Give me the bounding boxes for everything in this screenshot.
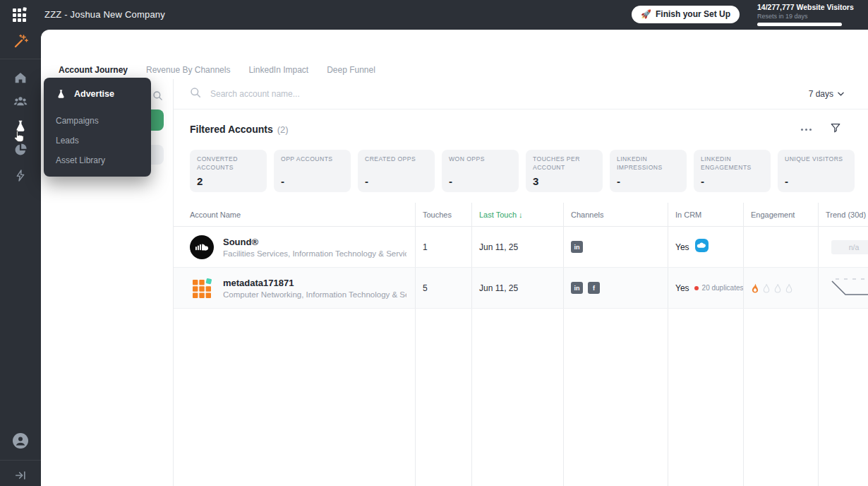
last-touch-cell: Jun 11, 25 [471,227,563,267]
engagement-flames [751,283,793,293]
pie-chart-icon[interactable] [0,138,41,162]
stat-card-linkedin-impressions: LINKEDIN IMPRESSIONS - [610,150,687,192]
filtered-accounts-header: Filtered Accounts (2) [174,109,868,136]
flask-icon-active[interactable] [0,114,41,138]
table-row-sound[interactable]: Sound® Facilities Services, Information … [174,227,868,268]
more-options-icon[interactable] [801,129,812,131]
in-crm-cell: Yes [668,227,743,267]
table-filler-row [174,309,868,486]
sidebar-bottom-divider [0,460,41,461]
visitors-count: 14/277,777 Website Visitors [757,3,842,11]
visitors-resets: Resets in 19 days [757,13,842,20]
account-industries: Computer Networking, Information Technol… [223,290,406,299]
col-last-touch-sorted[interactable]: Last Touch ↓ [471,203,563,226]
trend-cell: n/a [818,227,868,267]
tab-linkedin-impact[interactable]: LinkedIn Impact [248,65,308,75]
linkedin-icon: in [571,282,583,294]
account-icon[interactable] [0,429,41,453]
flyout-item-campaigns[interactable]: Campaigns [44,111,151,131]
trend-na-pill: n/a [831,240,868,254]
search-input[interactable] [209,88,809,100]
stat-card-linkedin-engagements: LINKEDIN ENGAGEMENTS - [694,150,771,192]
flyout-title: Advertise [74,89,114,99]
stat-card-opp-accounts: OPP ACCOUNTS - [274,150,351,192]
touches-cell: 5 [415,268,471,308]
stat-card-touches-per-account: TOUCHES PER ACCOUNT 3 [526,150,603,192]
accounts-table: Account Name Touches Last Touch ↓ Channe… [174,203,868,486]
app-grid-icon[interactable] [11,6,28,23]
duplicates-dot [694,286,699,290]
engagement-cell [743,268,818,308]
account-name: Sound® [223,237,406,247]
visitors-progressbar [757,23,842,26]
flyout-header: Advertise [44,88,151,100]
search-icon [190,87,201,101]
engagement-cell [743,227,818,267]
col-in-crm[interactable]: In CRM [668,203,743,226]
magic-wand-icon[interactable] [0,28,41,54]
col-engagement[interactable]: Engagement [743,203,818,226]
trend-cell [818,268,868,308]
salesforce-icon [695,239,709,255]
metadata-logo [190,276,214,300]
filter-icon[interactable] [830,122,841,136]
team-icon[interactable] [0,90,41,114]
trend-sparkline [830,273,868,304]
in-crm-cell: Yes 20 duplicates [668,268,743,308]
workspace-title: ZZZ - Joshua New Company [44,9,165,20]
search-row: 7 days [174,79,868,109]
account-cell: metadata171871 Computer Networking, Info… [174,268,415,308]
date-range-dropdown[interactable]: 7 days [809,89,844,99]
linkedin-icon: in [571,241,583,253]
account-cell: Sound® Facilities Services, Information … [174,227,415,267]
flask-icon [56,88,66,100]
last-touch-cell: Jun 11, 25 [471,268,563,308]
stat-card-won-opps: WON OPPS - [442,150,519,192]
facebook-icon: f [588,282,600,294]
account-journey-panel: 7 days Filtered Accounts (2) CONVERTED A… [173,79,868,486]
topbar: ZZZ - Joshua New Company 🚀 Finish your S… [0,0,868,28]
flame-icon-empty [762,283,771,293]
home-icon[interactable] [0,66,41,90]
table-header-row: Account Name Touches Last Touch ↓ Channe… [174,203,868,227]
channels-cell: in f [563,268,668,308]
tab-bar: Account Journey Revenue By Channels Link… [59,65,375,75]
page-title: Filtered Accounts [190,124,273,135]
col-touches[interactable]: Touches [415,203,471,226]
col-channels[interactable]: Channels [563,203,668,226]
stat-cards: CONVERTED ACCOUNTS 2 OPP ACCOUNTS - CREA… [190,150,868,192]
panel-search-icon[interactable] [152,90,163,104]
flame-icon-empty [785,283,793,293]
advertise-flyout-menu: Advertise Campaigns Leads Asset Library [44,78,151,177]
stat-card-created-opps: CREATED OPPS - [358,150,435,192]
account-name: metadata171871 [223,278,406,288]
finish-setup-button[interactable]: 🚀 Finish your Set Up [632,6,740,23]
sidebar-divider [0,59,41,59]
channels-cell: in [563,227,668,267]
col-account-name[interactable]: Account Name [174,203,415,226]
chevron-down-icon [838,92,844,96]
flame-icon-empty [773,283,782,293]
stat-card-converted-accounts: CONVERTED ACCOUNTS 2 [190,150,267,192]
account-industries: Facilities Services, Information Technol… [223,249,406,258]
soundcloud-logo [190,235,214,259]
main-content: Account Journey Revenue By Channels Link… [41,30,868,486]
flame-icon-filled [751,283,759,293]
flyout-item-asset-library[interactable]: Asset Library [44,150,151,170]
table-row-metadata171871[interactable]: metadata171871 Computer Networking, Info… [174,268,868,309]
rocket-icon: 🚀 [641,9,651,19]
lightning-icon[interactable] [0,163,41,187]
tab-account-journey[interactable]: Account Journey [59,65,128,75]
touches-cell: 1 [415,227,471,267]
col-trend[interactable]: Trend (30d) [818,203,868,226]
stat-card-unique-visitors: UNIQUE VISITORS - [778,150,855,192]
website-visitors-counter: 14/277,777 Website Visitors Resets in 19… [757,3,842,26]
flyout-item-leads[interactable]: Leads [44,131,151,150]
finish-setup-label: Finish your Set Up [656,9,730,19]
accounts-count: (2) [277,124,289,135]
tab-deep-funnel[interactable]: Deep Funnel [327,65,375,75]
date-range-value: 7 days [809,89,833,99]
duplicates-note: 20 duplicates [702,284,744,292]
collapse-icon[interactable] [0,465,41,486]
tab-revenue-by-channels[interactable]: Revenue By Channels [146,65,230,75]
